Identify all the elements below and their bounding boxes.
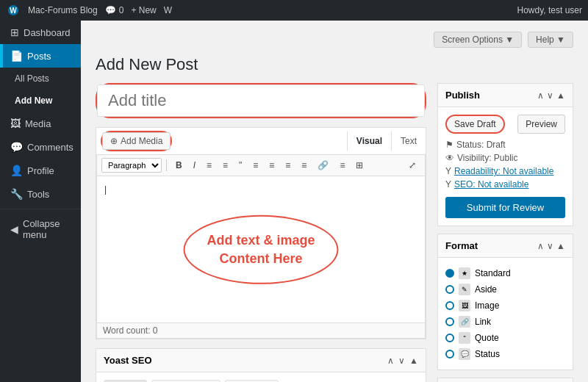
- sidebar-item-comments[interactable]: 💬 Comments: [0, 135, 81, 159]
- comment-icon[interactable]: 💬 0: [105, 5, 124, 15]
- dashboard-icon: ⊞: [10, 26, 19, 38]
- editor-panel: ⊕ Add Media Visual Text Paragraph: [96, 127, 426, 339]
- sidebar: ⊞ Dashboard 📄 Posts All Posts Add New 🖼 …: [0, 21, 81, 382]
- more-button[interactable]: ≡: [335, 157, 349, 173]
- main-layout: ⊞ Dashboard 📄 Posts All Posts Add New 🖼 …: [0, 21, 588, 382]
- sidebar-item-all-posts[interactable]: All Posts: [0, 68, 81, 90]
- table-button[interactable]: ⊞: [351, 157, 368, 173]
- categories-panel: Categories ∧ ∨ ▲ All Categories Most Use…: [437, 378, 573, 382]
- yoast-controls: ∧ ∨ ▲: [387, 356, 418, 366]
- standard-icon: ★: [459, 267, 470, 279]
- radio-aside: [445, 285, 454, 294]
- visibility-icon: 👁: [445, 153, 454, 163]
- radio-status: [445, 350, 454, 358]
- wp-logo: W: [6, 3, 21, 18]
- content-area: Screen Options ▼ Help ▼ Add New Post ⊕: [81, 21, 588, 382]
- editor-placeholder: Add text & imageContent Here: [183, 215, 338, 284]
- format-panel-header: Format ∧ ∨ ▲: [438, 234, 573, 258]
- expand-button[interactable]: ⤢: [404, 157, 420, 173]
- italic-button[interactable]: I: [189, 157, 200, 173]
- radio-standard: [445, 269, 454, 278]
- publish-body: Save Draft Preview ⚑ Status: Draft 👁 Vis…: [438, 107, 573, 226]
- tab-visual[interactable]: Visual: [347, 131, 391, 151]
- help-button[interactable]: Help ▼: [528, 32, 573, 48]
- editor-cursor: |: [104, 184, 107, 195]
- preview-button[interactable]: Preview: [517, 115, 565, 134]
- yoast-toggle[interactable]: ▲: [409, 356, 418, 366]
- format-down[interactable]: ∨: [547, 241, 553, 251]
- align-left-button[interactable]: ≡: [248, 157, 262, 173]
- visibility-row: 👁 Visibility: Public: [445, 153, 565, 163]
- format-link[interactable]: 🔗 Link: [445, 314, 565, 330]
- format-quote[interactable]: " Quote: [445, 330, 565, 346]
- align-right-button[interactable]: ≡: [281, 157, 295, 173]
- sidebar-label-add-new: Add New: [15, 96, 52, 106]
- media-plus-icon: ⊕: [110, 136, 118, 146]
- seo-link[interactable]: SEO: Not available: [454, 179, 528, 190]
- status-icon: 💬: [459, 348, 470, 360]
- publish-toggle[interactable]: ▲: [556, 90, 565, 101]
- editor-body[interactable]: | Add text & imageContent Here: [96, 176, 426, 323]
- ordered-list-button[interactable]: ≡: [218, 157, 232, 173]
- sidebar-item-tools[interactable]: 🔧 Tools: [0, 182, 81, 206]
- format-standard[interactable]: ★ Standard: [445, 265, 565, 281]
- readability-row: Y Readability: Not available: [445, 166, 565, 176]
- categories-header: Categories ∧ ∨ ▲: [438, 378, 573, 382]
- sidebar-item-profile[interactable]: 👤 Profile: [0, 159, 81, 182]
- yoast-header: Yoast SEO ∧ ∨ ▲: [96, 349, 426, 372]
- media-icon: 🖼: [10, 118, 21, 129]
- format-up[interactable]: ∧: [537, 241, 544, 251]
- yoast-collapse-down[interactable]: ∨: [398, 356, 405, 366]
- main-column: ⊕ Add Media Visual Text Paragraph: [96, 83, 426, 382]
- sidebar-item-media[interactable]: 🖼 Media: [0, 112, 81, 135]
- tab-text[interactable]: Text: [391, 131, 426, 151]
- sidebar-item-dashboard[interactable]: ⊞ Dashboard: [0, 21, 81, 44]
- new-content[interactable]: + New: [131, 5, 156, 15]
- placeholder-oval: Add text & imageContent Here: [183, 215, 338, 284]
- screen-options-button[interactable]: Screen Options ▼: [434, 32, 522, 48]
- sidebar-item-add-new[interactable]: Add New: [0, 90, 81, 112]
- submit-review-button[interactable]: Submit for Review: [445, 197, 565, 218]
- sidebar-item-posts[interactable]: 📄 Posts: [0, 44, 81, 68]
- w-icon[interactable]: W: [164, 5, 172, 15]
- save-draft-button[interactable]: Save Draft: [445, 115, 505, 134]
- publish-panel: Publish ∧ ∨ ▲ Save Draft Preview: [437, 83, 573, 226]
- publish-down[interactable]: ∨: [547, 90, 553, 101]
- sidebar-item-collapse[interactable]: ◀ Collapse menu: [0, 212, 81, 246]
- side-column: Publish ∧ ∨ ▲ Save Draft Preview: [437, 83, 573, 382]
- format-select[interactable]: Paragraph Heading 1 Heading 2: [101, 158, 162, 173]
- format-toggle[interactable]: ▲: [556, 241, 565, 251]
- align-justify-button[interactable]: ≡: [297, 157, 311, 173]
- link-button[interactable]: 🔗: [313, 157, 333, 173]
- admin-bar: W Mac-Forums Blog 💬 0 + New W Howdy, tes…: [0, 0, 588, 21]
- unordered-list-button[interactable]: ≡: [202, 157, 216, 173]
- seo-icon: Y: [445, 179, 451, 190]
- add-media-button[interactable]: ⊕ Add Media: [102, 132, 171, 150]
- sidebar-label-collapse: Collapse menu: [23, 218, 74, 240]
- two-col-layout: ⊕ Add Media Visual Text Paragraph: [96, 83, 573, 382]
- bold-button[interactable]: B: [171, 157, 187, 173]
- yoast-panel: Yoast SEO ∧ ∨ ▲ SEO: [96, 348, 426, 382]
- yoast-collapse-up[interactable]: ∧: [387, 356, 394, 366]
- site-name[interactable]: Mac-Forums Blog: [28, 5, 98, 15]
- sidebar-label-all-posts: All Posts: [15, 73, 49, 84]
- publish-controls: ∧ ∨ ▲: [537, 90, 565, 101]
- align-center-button[interactable]: ≡: [265, 157, 279, 173]
- format-panel: Format ∧ ∨ ▲ ★ Standard: [437, 234, 573, 370]
- word-count: Word count: 0: [96, 323, 426, 339]
- blockquote-button[interactable]: ": [234, 157, 246, 173]
- page-title: Add New Post: [96, 55, 573, 74]
- readability-link[interactable]: Readability: Not available: [454, 166, 553, 176]
- sidebar-label-dashboard: Dashboard: [24, 27, 71, 38]
- toolbar-sep-1: [166, 159, 167, 171]
- publish-panel-header: Publish ∧ ∨ ▲: [438, 84, 573, 107]
- readability-icon: Y: [445, 166, 451, 176]
- format-controls: ∧ ∨ ▲: [537, 241, 565, 251]
- aside-icon: ✎: [459, 284, 470, 295]
- format-image[interactable]: 🖼 Image: [445, 298, 565, 314]
- link-icon: 🔗: [459, 316, 470, 328]
- format-status[interactable]: 💬 Status: [445, 346, 565, 362]
- post-title-input[interactable]: [97, 84, 425, 117]
- publish-up[interactable]: ∧: [537, 90, 544, 101]
- format-aside[interactable]: ✎ Aside: [445, 281, 565, 298]
